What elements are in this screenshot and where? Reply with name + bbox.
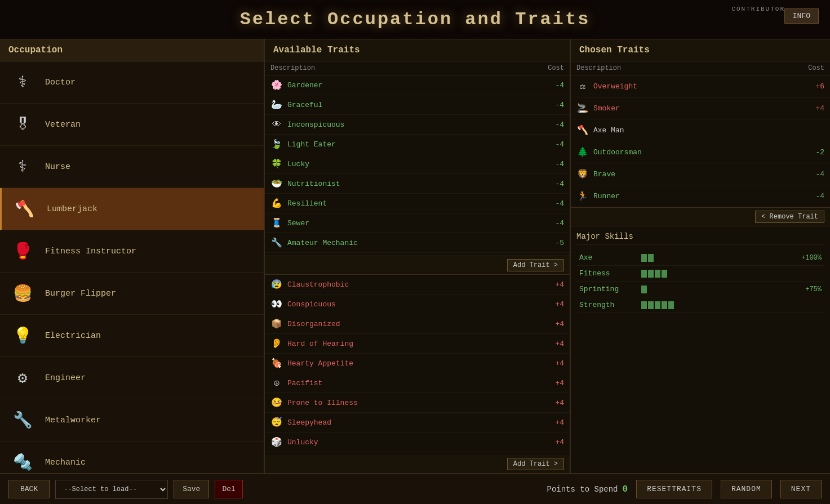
positive-trait-light-eater[interactable]: 🍃 Light Eater -4 xyxy=(265,135,570,154)
trait-icon: 💪 xyxy=(270,197,283,209)
occupation-item-nurse[interactable]: ⚕ Nurse xyxy=(0,146,264,188)
occupation-item-engineer[interactable]: ⚙ Engineer xyxy=(0,357,264,399)
trait-cost: -4 xyxy=(542,219,564,228)
chosen-trait-runner[interactable]: 🏃 Runner -4 xyxy=(571,185,830,207)
skill-pct: +75% xyxy=(788,286,822,293)
positive-trait-lucky[interactable]: 🍀 Lucky -4 xyxy=(265,154,570,174)
occ-icon: 🔩 xyxy=(8,448,37,473)
trait-name: Disorganized xyxy=(287,320,537,328)
chosen-trait-cost: -4 xyxy=(802,170,824,179)
occ-name: Metalworker xyxy=(45,416,101,425)
negative-trait-disorganized[interactable]: 📦 Disorganized +4 xyxy=(265,314,570,334)
positive-trait-graceful[interactable]: 🦢 Graceful -4 xyxy=(265,95,570,115)
occupation-item-electrician[interactable]: 💡 Electrician xyxy=(0,315,264,357)
positive-trait-sewer[interactable]: 🧵 Sewer -4 xyxy=(265,213,570,233)
add-negative-trait-button[interactable]: Add Trait > xyxy=(507,458,564,470)
trait-icon: 🦢 xyxy=(270,99,283,111)
trait-name: Hearty Appetite xyxy=(287,359,537,368)
trait-cost: +4 xyxy=(542,379,564,387)
trait-cost: -4 xyxy=(542,199,564,208)
trait-icon: 👀 xyxy=(270,298,283,310)
bottom-bar: BACK --Select to load-- Save Del Points … xyxy=(0,473,830,504)
chosen-trait-brave[interactable]: 🦁 Brave -4 xyxy=(571,163,830,185)
chosen-trait-outdoorsman[interactable]: 🌲 Outdoorsman -2 xyxy=(571,141,830,163)
add-negative-trait-bar: Add Trait > xyxy=(265,455,570,473)
occupation-panel: Occupation ⚕ Doctor 🎖 Veteran ⚕ Nurse 🪓 … xyxy=(0,39,265,473)
chosen-trait-name: Runner xyxy=(593,192,797,200)
skill-bar-unit xyxy=(641,254,647,262)
skill-bars xyxy=(641,301,782,309)
add-positive-trait-bar: Add Trait > xyxy=(265,256,570,275)
skill-row-fitness: Fitness xyxy=(576,266,824,282)
trait-icon: 😴 xyxy=(270,416,283,429)
chosen-desc-col: Description xyxy=(576,64,796,72)
trait-cost: -4 xyxy=(542,121,564,129)
random-button[interactable]: RANDOM xyxy=(721,480,772,498)
occupation-item-veteran[interactable]: 🎖 Veteran xyxy=(0,104,264,146)
skill-bar-unit xyxy=(641,270,647,278)
next-button[interactable]: NEXT xyxy=(780,480,822,498)
trait-name: Conspicuous xyxy=(287,300,537,309)
negative-trait-unlucky[interactable]: 🎲 Unlucky +4 xyxy=(265,432,570,452)
traits-columns-header: Description Cost xyxy=(265,61,570,75)
negative-trait-prone-to-illness[interactable]: 🤒 Prone to Illness +4 xyxy=(265,393,570,413)
chosen-trait-cost: -2 xyxy=(802,148,824,157)
occ-icon: ⚕ xyxy=(8,68,37,96)
trait-cost: +4 xyxy=(542,418,564,427)
negative-trait-conspicuous[interactable]: 👀 Conspicuous +4 xyxy=(265,295,570,314)
occupation-item-doctor[interactable]: ⚕ Doctor xyxy=(0,61,264,104)
occupation-item-lumberjack[interactable]: 🪓 Lumberjack xyxy=(0,188,264,230)
negative-trait-hard-of-hearing[interactable]: 👂 Hard of Hearing +4 xyxy=(265,334,570,354)
trait-name: Prone to Illness xyxy=(287,399,537,407)
info-button[interactable]: INFO xyxy=(784,8,819,24)
skill-bar-unit xyxy=(648,270,654,278)
skill-bar-unit xyxy=(648,254,654,262)
chosen-cost-col: Cost xyxy=(796,64,824,72)
trait-cost: -5 xyxy=(542,239,564,247)
occ-name: Veteran xyxy=(45,120,81,130)
skill-row-axe: Axe +100% xyxy=(576,250,824,266)
back-button[interactable]: BACK xyxy=(8,480,50,498)
occ-icon: 🥊 xyxy=(8,237,37,265)
positive-trait-amateur-mechanic[interactable]: 🔧 Amateur Mechanic -5 xyxy=(265,233,570,253)
reset-traits-button[interactable]: RESETTRAITS xyxy=(636,480,712,498)
chosen-trait-smoker[interactable]: 🚬 Smoker +4 xyxy=(571,97,830,119)
negative-trait-pacifist[interactable]: ☮ Pacifist +4 xyxy=(265,373,570,393)
load-select[interactable]: --Select to load-- xyxy=(55,480,168,499)
positive-trait-resilient[interactable]: 💪 Resilient -4 xyxy=(265,194,570,213)
positive-trait-gardener[interactable]: 🌸 Gardener -4 xyxy=(265,75,570,95)
chosen-trait-overweight[interactable]: ⚖ Overweight +6 xyxy=(571,75,830,97)
skill-bar-unit xyxy=(662,270,667,278)
occupation-item-metalworker[interactable]: 🔧 Metalworker xyxy=(0,399,264,441)
negative-trait-sleepyhead[interactable]: 😴 Sleepyhead +4 xyxy=(265,413,570,432)
occupation-item-mechanic[interactable]: 🔩 Mechanic xyxy=(0,441,264,473)
points-label: Points to Spend xyxy=(547,485,618,494)
trait-icon: 📦 xyxy=(270,318,283,330)
chosen-trait-icon: 🌲 xyxy=(576,146,589,158)
page-title: Select Occupation and Traits xyxy=(240,9,591,30)
trait-name: Resilient xyxy=(287,199,537,208)
trait-cost: -4 xyxy=(542,180,564,188)
skill-row-sprinting: Sprinting +75% xyxy=(576,282,824,297)
occupation-item-fitness-instructor[interactable]: 🥊 Fitness Instructor xyxy=(0,230,264,273)
trait-name: Hard of Hearing xyxy=(287,340,537,348)
trait-name: Gardener xyxy=(287,81,537,90)
skill-bar-unit xyxy=(655,270,660,278)
trait-icon: 👂 xyxy=(270,337,283,350)
del-button[interactable]: Del xyxy=(215,480,242,498)
occupation-list: ⚕ Doctor 🎖 Veteran ⚕ Nurse 🪓 Lumberjack … xyxy=(0,61,264,473)
trait-name: Graceful xyxy=(287,101,537,109)
occupation-item-burger-flipper[interactable]: 🍔 Burger Flipper xyxy=(0,273,264,315)
positive-trait-inconspicuous[interactable]: 👁 Inconspicuous -4 xyxy=(265,115,570,135)
save-button[interactable]: Save xyxy=(174,480,209,498)
occ-icon: 🪓 xyxy=(10,195,38,223)
traits-desc-col: Description xyxy=(270,64,536,72)
skill-name: Axe xyxy=(579,253,636,262)
trait-cost: +4 xyxy=(542,300,564,309)
positive-trait-nutritionist[interactable]: 🥗 Nutritionist -4 xyxy=(265,174,570,194)
chosen-trait-axe-man[interactable]: 🪓 Axe Man xyxy=(571,119,830,141)
negative-trait-hearty-appetite[interactable]: 🍖 Hearty Appetite +4 xyxy=(265,354,570,373)
negative-trait-claustrophobic[interactable]: 😰 Claustrophobic +4 xyxy=(265,275,570,295)
remove-trait-button[interactable]: < Remove Trait xyxy=(755,211,824,223)
add-positive-trait-button[interactable]: Add Trait > xyxy=(507,259,564,271)
